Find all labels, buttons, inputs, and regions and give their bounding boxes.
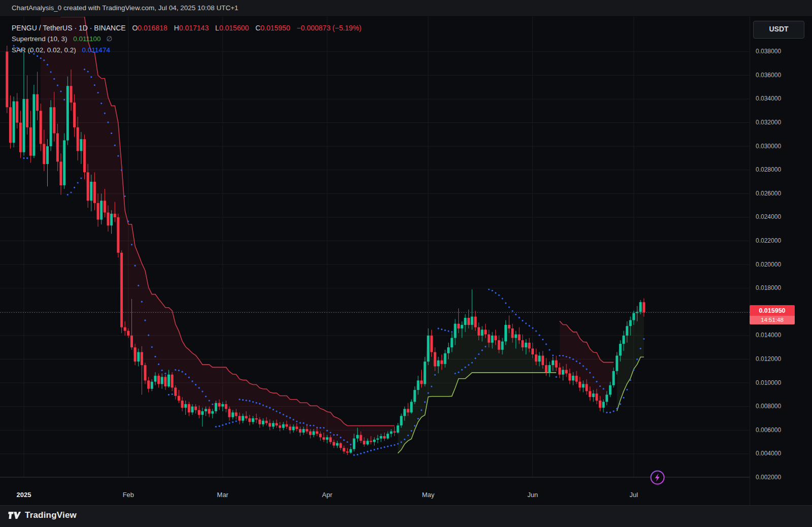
- candle-up: [242, 416, 244, 420]
- lightning-icon[interactable]: [650, 470, 665, 485]
- candle-up: [629, 320, 632, 326]
- candle-down: [332, 442, 335, 446]
- candle-down: [545, 365, 548, 372]
- candle-down: [484, 330, 487, 334]
- sar-dot: [552, 354, 554, 356]
- supertrend-value: 0.011100: [73, 35, 100, 43]
- candle-up: [626, 326, 628, 336]
- candle-down: [53, 107, 55, 133]
- candle-down: [558, 368, 561, 375]
- sar-dot: [512, 310, 513, 312]
- sar-dot: [164, 373, 166, 374]
- sar-dot: [427, 392, 429, 394]
- sar-dot: [464, 367, 466, 368]
- candle-up: [481, 330, 484, 336]
- candle-down: [77, 127, 79, 151]
- sar-dot: [363, 452, 365, 453]
- candle-down: [130, 336, 133, 347]
- candle-up: [548, 365, 551, 372]
- sar-dot: [26, 157, 28, 159]
- candle-down: [363, 441, 365, 444]
- sar-dot: [151, 346, 153, 348]
- candle-up: [616, 356, 618, 371]
- sar-dot: [141, 301, 143, 303]
- candle-down: [542, 356, 544, 366]
- candle-up: [221, 404, 224, 407]
- candle-down: [117, 217, 119, 253]
- candle-down: [474, 317, 477, 327]
- candle-down: [43, 144, 45, 164]
- candle-down: [576, 376, 578, 382]
- candle-up: [471, 317, 473, 325]
- sar-dot: [593, 376, 594, 378]
- sar-dot: [299, 422, 301, 423]
- legend-sar-row[interactable]: SAR (0.02, 0.02, 0.2) 0.011474: [12, 45, 361, 56]
- legend-symbol-row[interactable]: PENGU / TetherUS · 1D · BINANCE O0.01681…: [12, 22, 361, 34]
- price-axis-label: 0.006000: [756, 426, 781, 434]
- candle-down: [316, 432, 318, 434]
- sar-dot: [67, 194, 69, 195]
- sar-dot: [185, 373, 186, 375]
- sar-dot: [610, 412, 611, 413]
- candle-down: [157, 376, 160, 384]
- sar-dot: [458, 372, 459, 373]
- candle-up: [151, 382, 153, 389]
- sar-dot: [387, 446, 389, 447]
- sar-dot: [397, 443, 398, 445]
- candle-down: [6, 52, 8, 108]
- candle-down: [467, 318, 470, 325]
- sar-dot: [414, 425, 416, 426]
- candle-down: [319, 434, 322, 437]
- high-label: H: [174, 24, 179, 32]
- chart-legend: PENGU / TetherUS · 1D · BINANCE O0.01681…: [12, 22, 361, 56]
- candle-up: [609, 385, 612, 395]
- candle-down: [494, 336, 497, 340]
- candle-up: [80, 139, 82, 151]
- sar-dot: [538, 335, 540, 336]
- sar-dot: [636, 358, 638, 360]
- sar-dot: [569, 357, 570, 358]
- sar-dot: [228, 422, 230, 424]
- currency-toggle-button[interactable]: USDT: [753, 21, 804, 39]
- sar-dot: [175, 369, 176, 371]
- candle-down: [430, 336, 433, 352]
- sar-dot: [532, 327, 533, 329]
- candle-down: [498, 340, 500, 350]
- sar-dot: [242, 399, 244, 401]
- price-axis-label: 0.022000: [756, 237, 781, 244]
- sar-dot: [40, 57, 42, 59]
- candle-down: [147, 380, 150, 388]
- candle-down: [642, 302, 645, 312]
- sar-dot: [475, 357, 476, 359]
- sar-dot: [219, 425, 220, 427]
- candle-down: [383, 436, 386, 439]
- candle-up: [262, 421, 264, 424]
- sar-dot: [57, 85, 58, 86]
- candle-down: [60, 161, 62, 185]
- sar-dot: [87, 71, 89, 72]
- candle-up: [353, 439, 355, 449]
- candle-up: [491, 336, 494, 343]
- price-chart-canvas[interactable]: [0, 0, 812, 527]
- sar-dot: [198, 387, 200, 388]
- sar-dot: [421, 409, 422, 411]
- price-axis-label: 0.034000: [756, 95, 781, 102]
- tradingview-logo[interactable]: TradingView: [7, 510, 77, 520]
- sar-dot: [562, 355, 564, 356]
- sar-dot: [94, 84, 95, 86]
- candle-up: [619, 344, 622, 355]
- price-axis-label: 0.010000: [756, 379, 781, 386]
- candle-up: [461, 325, 463, 328]
- sar-dot: [556, 376, 557, 378]
- sar-dot: [47, 64, 48, 65]
- candle-down: [73, 103, 76, 127]
- price-axis-label: 0.032000: [756, 119, 781, 126]
- candle-up: [639, 302, 642, 312]
- sar-dot: [417, 418, 419, 419]
- price-axis-label: 0.004000: [756, 450, 781, 457]
- candle-down: [36, 94, 39, 111]
- legend-supertrend-row[interactable]: Supertrend (10, 3) 0.011100 ∅: [12, 34, 361, 45]
- sar-dot: [404, 439, 405, 440]
- candle-up: [501, 342, 503, 350]
- sar-dot: [583, 365, 584, 367]
